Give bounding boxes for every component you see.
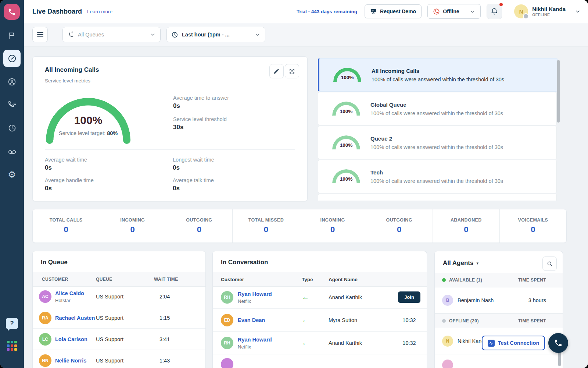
customer-link[interactable]: Nellie Norris bbox=[55, 358, 86, 364]
incoming-call-arrow-icon: ← bbox=[302, 339, 309, 347]
call-duration-cell: 10:32 bbox=[392, 317, 427, 323]
avatar: RA bbox=[39, 312, 51, 324]
time-range-dropdown[interactable]: Last hour (1pm - ... bbox=[166, 27, 265, 42]
queue-card-description: 100% of calls were answered within the t… bbox=[370, 110, 503, 116]
table-row[interactable]: RH Ryan HowardNetflix ← Anand Karthik Jo… bbox=[213, 286, 427, 309]
section-label: AVAILABLE (1) bbox=[449, 277, 482, 283]
dialer-fab[interactable] bbox=[548, 333, 568, 353]
queue-summary-card-tech[interactable]: 100% Tech100% of calls were answered wit… bbox=[318, 160, 557, 193]
test-connection-label: Test Connection bbox=[498, 340, 539, 346]
queue-panel-scrollbar[interactable] bbox=[557, 60, 560, 123]
metric-label: Service level threshold bbox=[173, 116, 229, 122]
table-row[interactable]: LC Lola Carlson US Support 3:41 bbox=[33, 329, 205, 350]
in-queue-table-header: CUSTOMER QUEUE WAIT TIME bbox=[33, 272, 205, 287]
service-level-card: All Incoming Calls Service level metrics… bbox=[32, 56, 308, 201]
sidebar-item-contacts[interactable] bbox=[0, 77, 24, 86]
app-switcher-grid-icon[interactable] bbox=[7, 341, 17, 351]
sidebar-item-voicemail[interactable] bbox=[0, 147, 24, 157]
customer-link[interactable]: Evan Dean bbox=[238, 317, 265, 323]
queue-card-title: Tech bbox=[370, 169, 503, 176]
time-spent-header: TIME SPENT bbox=[518, 318, 546, 323]
metric-value: 0s bbox=[45, 164, 173, 171]
trial-banner[interactable]: Trial - 443 days remaining bbox=[297, 9, 357, 14]
request-demo-label: Request Demo bbox=[380, 8, 416, 14]
test-connection-button[interactable]: Test Connection bbox=[482, 336, 545, 350]
sidebar-item-onboarding[interactable] bbox=[0, 31, 24, 40]
agent-name-cell: Anand Karthik bbox=[329, 340, 392, 346]
queue-summary-card-partial[interactable] bbox=[318, 194, 557, 201]
stat-missed-incoming: INCOMING0 bbox=[300, 209, 366, 243]
customer-link[interactable]: Alice Caido bbox=[55, 290, 84, 296]
avatar: AC bbox=[39, 290, 51, 303]
customer-link[interactable]: Rachael Austen bbox=[55, 315, 95, 321]
sidebar-item-settings[interactable]: ⚙ bbox=[0, 170, 24, 179]
pulse-icon bbox=[488, 340, 495, 347]
customer-company: Netflix bbox=[238, 298, 272, 304]
join-call-button[interactable]: Join bbox=[398, 291, 420, 303]
agent-time-spent: 3 hours bbox=[528, 297, 546, 303]
menu-toggle-button[interactable] bbox=[32, 27, 48, 42]
search-icon bbox=[546, 261, 553, 267]
grid-dot bbox=[7, 348, 10, 351]
user-menu[interactable]: N Nikhil Kanda OFFLINE bbox=[514, 4, 581, 18]
metric-label: Average talk time bbox=[173, 177, 295, 183]
wait-time-cell: 1:15 bbox=[154, 315, 204, 321]
sidebar-item-live-dashboard[interactable] bbox=[3, 50, 21, 67]
customer-link[interactable]: Lola Carlson bbox=[55, 336, 87, 342]
service-level-gauge: 100% Service level target: 80% bbox=[46, 98, 130, 141]
clock-icon bbox=[171, 31, 178, 38]
all-agents-panel: All Agents ▾ AVAILABLE (1) TIME SPENT B … bbox=[434, 251, 563, 368]
queues-filter-dropdown[interactable]: All Queues bbox=[62, 27, 161, 42]
edit-widget-button[interactable] bbox=[269, 64, 284, 78]
queue-card-title: Queue 2 bbox=[370, 135, 503, 142]
request-demo-button[interactable]: Request Demo bbox=[365, 4, 422, 18]
customer-link[interactable]: Ryan Howard bbox=[238, 291, 272, 297]
service-level-subtitle: Service level metrics bbox=[45, 78, 90, 84]
notifications-button[interactable] bbox=[487, 4, 502, 19]
customer-link[interactable]: Ryan Howard bbox=[238, 337, 272, 343]
table-row[interactable]: NN Nellie Norris US Support 1:43 bbox=[33, 350, 205, 368]
queue-summary-card-queue-2[interactable]: 100% Queue 2100% of calls were answered … bbox=[318, 126, 557, 159]
table-row[interactable]: RA Rachael Austen US Support 1:15 bbox=[33, 307, 205, 329]
help-button[interactable]: ? bbox=[6, 318, 18, 329]
time-spent-header: TIME SPENT bbox=[518, 277, 546, 283]
call-duration-cell: 10:32 bbox=[392, 340, 427, 346]
agents-search-button[interactable] bbox=[542, 256, 557, 271]
mini-gauge: 100% bbox=[332, 102, 360, 116]
sidebar-item-call-metrics[interactable] bbox=[0, 100, 24, 110]
agent-row[interactable]: B Benjamin Nash 3 hours bbox=[435, 287, 563, 314]
top-bar: Live Dashboard Learn more Trial - 443 da… bbox=[24, 0, 588, 23]
expand-widget-button[interactable] bbox=[285, 64, 299, 78]
presentation-icon bbox=[370, 8, 377, 15]
queue-summary-card-global-queue[interactable]: 100% Global Queue100% of calls were answ… bbox=[318, 92, 557, 125]
table-row[interactable]: RH Ryan HowardNetflix ← Anand Karthik 10… bbox=[213, 332, 427, 354]
grid-dot bbox=[14, 341, 17, 343]
table-row[interactable]: ED Evan Dean ← Myra Sutton 10:32 bbox=[213, 309, 427, 332]
dashboard-speedometer-icon bbox=[7, 54, 17, 63]
learn-more-link[interactable]: Learn more bbox=[87, 9, 112, 14]
agents-filter-dropdown[interactable]: All Agents ▾ bbox=[443, 259, 478, 267]
table-row[interactable]: AC Alice CaidoHotstar US Support 2:04 bbox=[33, 286, 205, 307]
sidebar-item-analytics[interactable] bbox=[0, 124, 24, 132]
phone-icon bbox=[8, 8, 16, 16]
column-header: CUSTOMER bbox=[39, 277, 96, 282]
column-header: WAIT TIME bbox=[154, 277, 178, 282]
chevron-down-icon bbox=[575, 8, 581, 14]
stat-total-calls: TOTAL CALLS0 bbox=[33, 209, 99, 243]
agent-status-dropdown[interactable]: Offline bbox=[427, 4, 481, 19]
metric-value: 0s bbox=[173, 164, 295, 171]
avatar: RH bbox=[221, 291, 233, 304]
agent-row-partial[interactable] bbox=[435, 354, 563, 368]
section-label: OFFLINE (20) bbox=[449, 318, 479, 323]
phone-icon bbox=[554, 339, 563, 347]
queue-summary-card-all-incoming[interactable]: 100% All Incoming Calls100% of calls wer… bbox=[318, 58, 558, 92]
metric-label: Average time to answer bbox=[173, 95, 229, 101]
agent-name: Benjamin Nash bbox=[458, 297, 494, 303]
avatar: RH bbox=[221, 337, 233, 349]
grid-dot bbox=[14, 348, 17, 351]
queue-cell: US Support bbox=[96, 315, 154, 321]
table-row-partial[interactable] bbox=[213, 354, 427, 368]
queues-filter-value: All Queues bbox=[78, 32, 104, 38]
brand-phone-logo[interactable] bbox=[4, 4, 20, 20]
time-range-value: Last hour (1pm - ... bbox=[182, 32, 230, 38]
